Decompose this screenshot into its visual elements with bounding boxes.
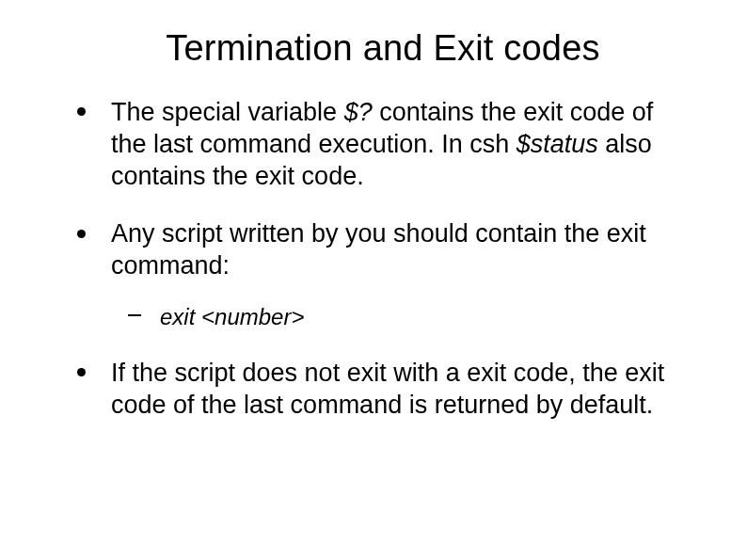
- bullet-text-segment: The special variable: [111, 98, 344, 126]
- sub-bullet-list: exit <number>: [122, 303, 691, 331]
- bullet-text-italic: $status: [517, 130, 598, 158]
- bullet-item: Any script written by you should contain…: [75, 218, 691, 331]
- bullet-list: The special variable $? contains the exi…: [75, 97, 691, 421]
- sub-bullet-text: exit <number>: [160, 304, 304, 329]
- bullet-text-italic: $?: [344, 98, 373, 126]
- bullet-text: If the script does not exit with a exit …: [111, 359, 664, 419]
- bullet-text: Any script written by you should contain…: [111, 219, 646, 280]
- slide: Termination and Exit codes The special v…: [0, 0, 747, 560]
- bullet-item: If the script does not exit with a exit …: [75, 358, 691, 422]
- sub-bullet-item: exit <number>: [122, 303, 691, 331]
- bullet-item: The special variable $? contains the exi…: [75, 97, 691, 192]
- slide-title: Termination and Exit codes: [75, 28, 691, 69]
